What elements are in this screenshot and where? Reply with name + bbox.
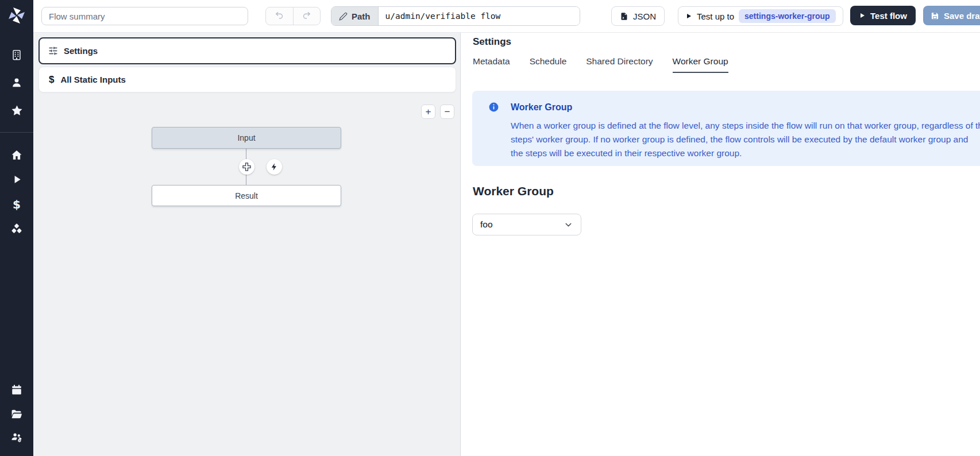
favorites-star-icon[interactable]	[0, 104, 33, 117]
json-button[interactable]: JSON	[611, 6, 665, 26]
tab-worker-group[interactable]: Worker Group	[673, 56, 728, 73]
undo-redo-group	[265, 7, 321, 25]
input-node-label: Input	[237, 133, 255, 142]
tab-schedule[interactable]: Schedule	[530, 56, 567, 73]
windmill-logo-icon[interactable]	[7, 6, 26, 25]
flow-editor-panel: Settings $ All Static Inputs + − Input R…	[33, 33, 461, 456]
worker-group-select[interactable]: foo	[472, 214, 581, 235]
resources-cubes-icon[interactable]	[0, 223, 33, 235]
result-node[interactable]: Result	[152, 185, 341, 206]
settings-panel: Settings Metadata Schedule Shared Direct…	[461, 33, 980, 456]
left-nav-rail: $	[0, 0, 33, 456]
zoom-in-button[interactable]: +	[421, 105, 435, 119]
minus-icon: −	[445, 107, 450, 117]
home-icon[interactable]	[0, 149, 33, 161]
chevron-down-icon	[564, 220, 573, 230]
user-icon[interactable]	[0, 76, 33, 89]
play-icon	[859, 12, 866, 19]
plus-outline-icon	[242, 162, 252, 172]
save-draft-label: Save draft	[944, 11, 980, 21]
plus-icon: +	[426, 107, 431, 117]
runs-play-icon[interactable]	[0, 173, 33, 186]
path-group: Path	[331, 6, 580, 26]
sliders-icon	[48, 46, 58, 56]
info-box-title: Worker Group	[511, 102, 572, 113]
test-up-to-step-badge: settings-worker-group	[739, 9, 836, 23]
test-up-to-label: Test up to	[697, 11, 734, 21]
test-up-to-button[interactable]: Test up to settings-worker-group	[678, 6, 843, 26]
info-line-1: When a worker group is defined at the fl…	[511, 119, 980, 133]
info-icon	[488, 102, 499, 113]
test-flow-button[interactable]: Test flow	[850, 6, 916, 25]
info-line-3: the steps will be executed in their resp…	[511, 146, 980, 160]
folders-icon[interactable]	[0, 408, 33, 420]
path-label: Path	[352, 11, 371, 21]
path-input[interactable]	[379, 7, 580, 25]
schedules-calendar-icon[interactable]	[0, 384, 33, 396]
tab-metadata[interactable]: Metadata	[473, 56, 510, 73]
settings-tabs: Metadata Schedule Shared Directory Worke…	[473, 56, 728, 73]
redo-button[interactable]	[294, 7, 321, 25]
info-box-body: When a worker group is defined at the fl…	[511, 119, 980, 160]
groups-users-gear-icon[interactable]	[0, 431, 33, 444]
add-step-button[interactable]	[239, 159, 254, 175]
all-static-inputs-button[interactable]: $ All Static Inputs	[38, 67, 456, 92]
undo-button[interactable]	[266, 7, 294, 25]
save-icon	[931, 11, 939, 20]
result-node-label: Result	[235, 191, 258, 200]
file-json-icon	[620, 12, 628, 21]
input-node[interactable]: Input	[152, 127, 341, 149]
worker-group-info-box: Worker Group When a worker group is defi…	[472, 91, 980, 166]
save-draft-button[interactable]: Save draft	[923, 6, 980, 25]
bolt-icon	[270, 163, 279, 171]
play-icon	[685, 13, 692, 20]
all-static-inputs-label: All Static Inputs	[60, 75, 125, 84]
info-line-2: steps' worker group. If no worker group …	[511, 133, 980, 146]
flow-settings-button[interactable]: Settings	[38, 37, 456, 64]
flow-summary-input[interactable]	[41, 7, 248, 25]
settings-panel-title: Settings	[473, 36, 511, 48]
pencil-icon	[339, 12, 348, 21]
zoom-out-button[interactable]: −	[440, 105, 454, 119]
trigger-bolt-button[interactable]	[267, 159, 282, 175]
flow-settings-label: Settings	[64, 46, 98, 56]
workspace-building-icon[interactable]	[0, 49, 33, 61]
tab-shared-directory[interactable]: Shared Directory	[586, 56, 653, 73]
json-button-label: JSON	[633, 11, 656, 21]
rail-divider	[0, 132, 33, 133]
worker-group-section-title: Worker Group	[473, 184, 554, 198]
test-flow-label: Test flow	[870, 11, 907, 21]
edit-path-button[interactable]: Path	[331, 7, 379, 25]
top-toolbar: Path JSON Test up to settings-worker-gro…	[33, 0, 980, 33]
worker-group-select-value: foo	[480, 219, 493, 230]
variables-dollar-icon[interactable]: $	[0, 198, 33, 211]
dollar-icon: $	[49, 74, 54, 86]
